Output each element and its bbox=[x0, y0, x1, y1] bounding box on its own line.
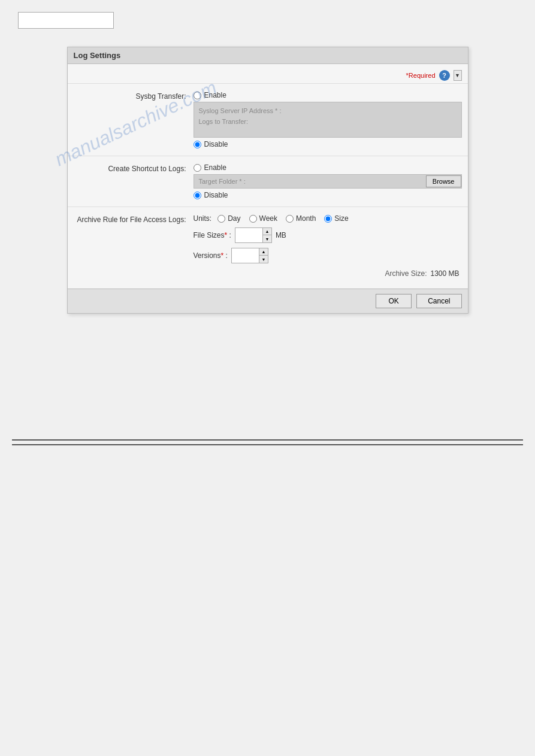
versions-input[interactable]: 13 bbox=[232, 248, 259, 263]
month-radio-label: Month bbox=[286, 214, 316, 223]
file-sizes-input[interactable]: 100 bbox=[235, 228, 262, 242]
versions-down-btn[interactable]: ▼ bbox=[259, 256, 268, 263]
bottom-line-1 bbox=[12, 439, 523, 441]
help-dropdown-arrow[interactable]: ▼ bbox=[454, 70, 462, 81]
help-button[interactable]: ? bbox=[439, 70, 450, 81]
cancel-button[interactable]: Cancel bbox=[416, 294, 461, 308]
target-folder-field: Target Folder * : bbox=[194, 175, 426, 188]
file-sizes-input-wrapper: 100 ▲ ▼ bbox=[235, 227, 272, 243]
day-radio[interactable] bbox=[217, 215, 225, 223]
size-radio[interactable] bbox=[324, 215, 332, 223]
file-sizes-required-star: * bbox=[225, 231, 228, 239]
units-label: Units: bbox=[194, 214, 212, 223]
file-sizes-label: File Sizes* : bbox=[194, 231, 231, 239]
versions-label: Versions* : bbox=[194, 251, 228, 260]
shortcut-label: Create Shortcut to Logs: bbox=[74, 163, 194, 173]
month-radio[interactable] bbox=[286, 215, 294, 223]
shortcut-disable-label: Disable bbox=[204, 191, 228, 199]
top-input-field[interactable] bbox=[18, 12, 114, 29]
week-radio[interactable] bbox=[249, 215, 257, 223]
shortcut-enable-radio[interactable] bbox=[194, 164, 201, 172]
target-folder-area: Target Folder * : Browse bbox=[194, 174, 462, 189]
archive-size-value: 1300 MB bbox=[430, 269, 459, 278]
archive-size-label: Archive Size: bbox=[385, 269, 427, 278]
sysbg-enable-radio[interactable] bbox=[194, 92, 201, 99]
bottom-line-2 bbox=[12, 444, 523, 445]
file-sizes-unit: MB bbox=[276, 231, 286, 239]
archive-rule-label: Archive Rule for File Access Logs: bbox=[74, 214, 194, 224]
shortcut-enable-label: Enable bbox=[204, 163, 226, 172]
versions-required-star: * bbox=[221, 251, 224, 260]
log-settings-dialog: Log Settings *Required ? ▼ Sysbg Transfe… bbox=[67, 47, 468, 314]
sysbg-transfer-label: Sysbg Transfer: bbox=[74, 91, 194, 101]
dialog-title: Log Settings bbox=[68, 47, 468, 64]
day-radio-label: Day bbox=[217, 214, 240, 223]
size-radio-label: Size bbox=[324, 214, 348, 223]
shortcut-disable-radio[interactable] bbox=[194, 192, 201, 199]
sysbg-enable-label: Enable bbox=[204, 91, 226, 99]
versions-input-wrapper: 13 ▲ ▼ bbox=[231, 248, 268, 263]
dialog-footer: OK Cancel bbox=[68, 289, 468, 313]
versions-up-btn[interactable]: ▲ bbox=[259, 248, 268, 256]
sysbg-disable-label: Disable bbox=[204, 140, 228, 148]
week-radio-label: Week bbox=[249, 214, 277, 223]
ok-button[interactable]: OK bbox=[376, 294, 412, 308]
sysbg-disabled-area: Syslog Server IP Address * : Logs to Tra… bbox=[194, 102, 462, 138]
sysbg-disable-radio[interactable] bbox=[194, 141, 201, 148]
file-sizes-down-btn[interactable]: ▼ bbox=[263, 235, 271, 242]
browse-button[interactable]: Browse bbox=[426, 175, 461, 187]
file-sizes-up-btn[interactable]: ▲ bbox=[263, 228, 271, 235]
required-label: *Required bbox=[406, 72, 436, 79]
